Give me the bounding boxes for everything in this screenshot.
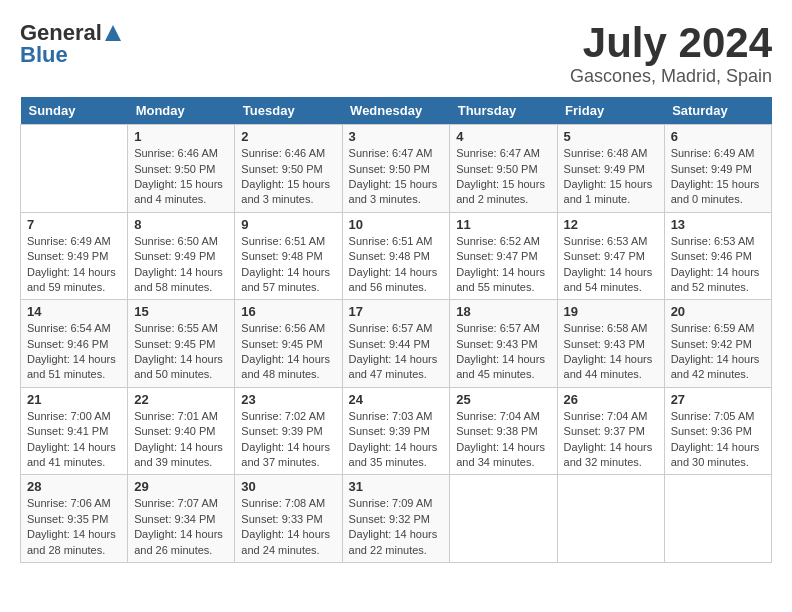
svg-marker-0: [105, 25, 121, 41]
day-info-line: Sunrise: 7:09 AM: [349, 497, 433, 509]
day-info-line: Sunrise: 6:47 AM: [349, 147, 433, 159]
day-info-line: Sunset: 9:49 PM: [564, 163, 645, 175]
day-info-line: Sunrise: 7:00 AM: [27, 410, 111, 422]
day-cell: [557, 475, 664, 563]
day-info-line: Sunset: 9:49 PM: [671, 163, 752, 175]
day-number: 25: [456, 392, 550, 407]
day-info-line: Daylight: 14 hours: [671, 441, 760, 453]
day-info-line: and 37 minutes.: [241, 456, 319, 468]
day-info-line: Sunrise: 7:02 AM: [241, 410, 325, 422]
day-info: Sunrise: 6:46 AMSunset: 9:50 PMDaylight:…: [134, 146, 228, 208]
day-info-line: Sunrise: 7:05 AM: [671, 410, 755, 422]
day-number: 24: [349, 392, 444, 407]
day-info-line: Sunset: 9:50 PM: [134, 163, 215, 175]
day-info-line: Sunrise: 7:06 AM: [27, 497, 111, 509]
day-info-line: Sunset: 9:44 PM: [349, 338, 430, 350]
week-row-2: 14Sunrise: 6:54 AMSunset: 9:46 PMDayligh…: [21, 300, 772, 388]
day-cell: [450, 475, 557, 563]
day-info-line: Sunset: 9:49 PM: [27, 250, 108, 262]
day-info-line: and 47 minutes.: [349, 368, 427, 380]
day-info-line: Sunset: 9:45 PM: [134, 338, 215, 350]
day-number: 9: [241, 217, 335, 232]
day-info-line: Daylight: 14 hours: [27, 528, 116, 540]
day-info-line: Daylight: 14 hours: [671, 353, 760, 365]
week-row-4: 28Sunrise: 7:06 AMSunset: 9:35 PMDayligh…: [21, 475, 772, 563]
day-info: Sunrise: 6:55 AMSunset: 9:45 PMDaylight:…: [134, 321, 228, 383]
day-info-line: and 0 minutes.: [671, 193, 743, 205]
day-info: Sunrise: 7:03 AMSunset: 9:39 PMDaylight:…: [349, 409, 444, 471]
day-info: Sunrise: 6:46 AMSunset: 9:50 PMDaylight:…: [241, 146, 335, 208]
day-info-line: Sunrise: 6:48 AM: [564, 147, 648, 159]
day-info-line: Daylight: 14 hours: [241, 441, 330, 453]
logo-blue: Blue: [20, 42, 68, 68]
day-number: 15: [134, 304, 228, 319]
day-info-line: Daylight: 14 hours: [27, 266, 116, 278]
day-cell: 29Sunrise: 7:07 AMSunset: 9:34 PMDayligh…: [128, 475, 235, 563]
day-number: 5: [564, 129, 658, 144]
day-info-line: Sunset: 9:49 PM: [134, 250, 215, 262]
day-info-line: Daylight: 15 hours: [456, 178, 545, 190]
day-info: Sunrise: 6:48 AMSunset: 9:49 PMDaylight:…: [564, 146, 658, 208]
day-info-line: and 55 minutes.: [456, 281, 534, 293]
day-info-line: Sunset: 9:39 PM: [241, 425, 322, 437]
day-info: Sunrise: 6:47 AMSunset: 9:50 PMDaylight:…: [349, 146, 444, 208]
header-tuesday: Tuesday: [235, 97, 342, 125]
day-cell: 28Sunrise: 7:06 AMSunset: 9:35 PMDayligh…: [21, 475, 128, 563]
day-cell: 23Sunrise: 7:02 AMSunset: 9:39 PMDayligh…: [235, 387, 342, 475]
day-number: 16: [241, 304, 335, 319]
day-info: Sunrise: 7:00 AMSunset: 9:41 PMDaylight:…: [27, 409, 121, 471]
day-info-line: Daylight: 15 hours: [241, 178, 330, 190]
day-info-line: and 28 minutes.: [27, 544, 105, 556]
day-info: Sunrise: 7:09 AMSunset: 9:32 PMDaylight:…: [349, 496, 444, 558]
day-info-line: Daylight: 15 hours: [349, 178, 438, 190]
day-info: Sunrise: 7:05 AMSunset: 9:36 PMDaylight:…: [671, 409, 765, 471]
day-info-line: and 51 minutes.: [27, 368, 105, 380]
day-info-line: Daylight: 14 hours: [241, 353, 330, 365]
day-number: 21: [27, 392, 121, 407]
day-info-line: Daylight: 14 hours: [349, 441, 438, 453]
day-info-line: Sunrise: 6:58 AM: [564, 322, 648, 334]
day-info: Sunrise: 7:06 AMSunset: 9:35 PMDaylight:…: [27, 496, 121, 558]
day-info-line: Sunset: 9:40 PM: [134, 425, 215, 437]
day-info-line: and 45 minutes.: [456, 368, 534, 380]
day-info: Sunrise: 6:59 AMSunset: 9:42 PMDaylight:…: [671, 321, 765, 383]
day-info-line: and 54 minutes.: [564, 281, 642, 293]
day-number: 2: [241, 129, 335, 144]
day-info-line: Sunrise: 6:53 AM: [564, 235, 648, 247]
day-number: 8: [134, 217, 228, 232]
logo-triangle-icon: [103, 23, 123, 43]
day-info-line: and 32 minutes.: [564, 456, 642, 468]
day-info-line: Daylight: 14 hours: [349, 528, 438, 540]
day-info-line: and 30 minutes.: [671, 456, 749, 468]
day-number: 31: [349, 479, 444, 494]
header-row: SundayMondayTuesdayWednesdayThursdayFrid…: [21, 97, 772, 125]
day-number: 29: [134, 479, 228, 494]
day-cell: 24Sunrise: 7:03 AMSunset: 9:39 PMDayligh…: [342, 387, 450, 475]
day-info-line: Sunrise: 6:53 AM: [671, 235, 755, 247]
day-info-line: Sunrise: 6:57 AM: [349, 322, 433, 334]
day-info-line: Sunrise: 6:56 AM: [241, 322, 325, 334]
week-row-1: 7Sunrise: 6:49 AMSunset: 9:49 PMDaylight…: [21, 212, 772, 300]
day-info: Sunrise: 7:08 AMSunset: 9:33 PMDaylight:…: [241, 496, 335, 558]
day-info-line: Daylight: 14 hours: [349, 266, 438, 278]
day-info-line: Daylight: 14 hours: [564, 441, 653, 453]
day-info-line: Sunrise: 7:04 AM: [564, 410, 648, 422]
day-info-line: Daylight: 14 hours: [27, 353, 116, 365]
day-info-line: and 52 minutes.: [671, 281, 749, 293]
day-cell: 13Sunrise: 6:53 AMSunset: 9:46 PMDayligh…: [664, 212, 771, 300]
calendar-table: SundayMondayTuesdayWednesdayThursdayFrid…: [20, 97, 772, 563]
day-number: 6: [671, 129, 765, 144]
day-cell: 15Sunrise: 6:55 AMSunset: 9:45 PMDayligh…: [128, 300, 235, 388]
day-info: Sunrise: 7:01 AMSunset: 9:40 PMDaylight:…: [134, 409, 228, 471]
day-info-line: and 44 minutes.: [564, 368, 642, 380]
day-cell: [664, 475, 771, 563]
day-info: Sunrise: 6:51 AMSunset: 9:48 PMDaylight:…: [241, 234, 335, 296]
day-info-line: Sunrise: 6:49 AM: [27, 235, 111, 247]
day-info-line: Daylight: 15 hours: [671, 178, 760, 190]
day-info-line: Sunset: 9:37 PM: [564, 425, 645, 437]
title-block: July 2024 Gascones, Madrid, Spain: [570, 20, 772, 87]
day-info-line: Sunset: 9:48 PM: [349, 250, 430, 262]
day-info-line: Sunset: 9:46 PM: [671, 250, 752, 262]
day-info: Sunrise: 6:53 AMSunset: 9:46 PMDaylight:…: [671, 234, 765, 296]
day-cell: 12Sunrise: 6:53 AMSunset: 9:47 PMDayligh…: [557, 212, 664, 300]
